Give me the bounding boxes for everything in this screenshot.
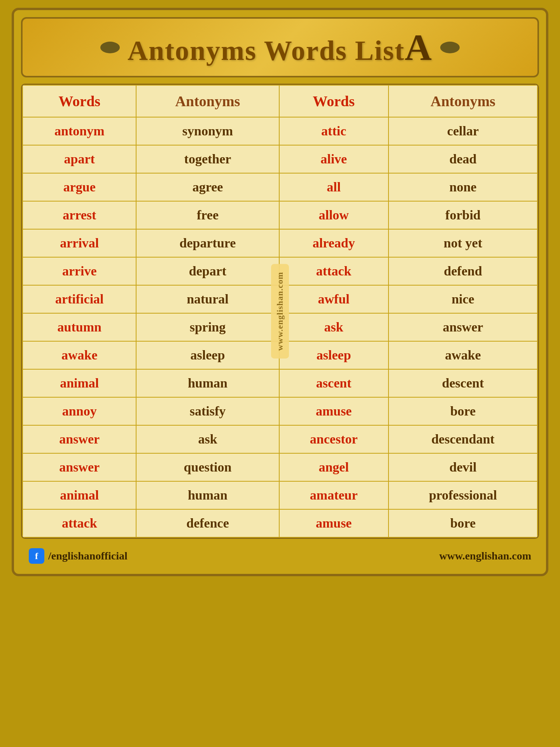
header-title: Antonyms Words ListA (128, 26, 432, 69)
word-cell-right: ascent (279, 369, 388, 397)
main-container: Antonyms Words ListA www.englishan.com W… (12, 8, 548, 576)
word-cell-left: arrival (23, 229, 136, 257)
antonym-cell-right: devil (388, 453, 537, 481)
antonym-cell-left: ask (136, 425, 279, 453)
antonym-cell-left: human (136, 481, 279, 509)
table-row: answerquestionangeldevil (23, 453, 537, 481)
antonym-cell-right: nice (388, 285, 537, 313)
table-row: animalhumanamateurprofessional (23, 481, 537, 509)
word-cell-left: arrest (23, 201, 136, 229)
word-cell-right: alive (279, 145, 388, 173)
table-row: arrivaldeparturealreadynot yet (23, 229, 537, 257)
antonym-cell-left: defence (136, 509, 279, 537)
antonym-cell-right: none (388, 173, 537, 201)
table-row: annoysatisfyamusebore (23, 397, 537, 425)
antonym-cell-left: question (136, 453, 279, 481)
antonym-cell-right: professional (388, 481, 537, 509)
antonym-cell-left: synonym (136, 117, 279, 145)
word-cell-right: ancestor (279, 425, 388, 453)
word-cell-right: ask (279, 313, 388, 341)
table-row: aparttogetheralivedead (23, 145, 537, 173)
footer-left: f /englishanofficial (29, 548, 128, 564)
header: Antonyms Words ListA (21, 17, 539, 77)
word-cell-right: angel (279, 453, 388, 481)
header-title-text: Antonyms Words List (128, 35, 405, 66)
antonym-cell-left: asleep (136, 341, 279, 369)
antonym-cell-left: natural (136, 285, 279, 313)
word-cell-right: attic (279, 117, 388, 145)
antonym-cell-right: bore (388, 397, 537, 425)
table-row: antonymsynonymatticcellar (23, 117, 537, 145)
word-cell-right: all (279, 173, 388, 201)
facebook-handle: /englishanofficial (48, 550, 128, 562)
facebook-icon: f (29, 548, 44, 564)
header-oval-right (440, 42, 460, 53)
word-cell-left: animal (23, 369, 136, 397)
antonym-cell-left: spring (136, 313, 279, 341)
antonym-cell-right: descendant (388, 425, 537, 453)
word-cell-left: animal (23, 481, 136, 509)
word-cell-left: attack (23, 509, 136, 537)
table-row: arrestfreeallowforbid (23, 201, 537, 229)
table-row: answeraskancestordescendant (23, 425, 537, 453)
table-row: argueagreeallnone (23, 173, 537, 201)
antonym-cell-right: answer (388, 313, 537, 341)
antonym-cell-left: free (136, 201, 279, 229)
word-cell-left: annoy (23, 397, 136, 425)
footer: f /englishanofficial www.englishan.com (21, 545, 539, 567)
word-cell-right: already (279, 229, 388, 257)
antonym-cell-left: together (136, 145, 279, 173)
footer-website: www.englishan.com (439, 550, 531, 562)
table-row: attackdefenceamusebore (23, 509, 537, 537)
antonym-cell-right: cellar (388, 117, 537, 145)
word-cell-left: artificial (23, 285, 136, 313)
col-header-words1: Words (23, 85, 136, 117)
word-cell-left: argue (23, 173, 136, 201)
antonym-cell-right: defend (388, 257, 537, 285)
antonym-cell-left: departure (136, 229, 279, 257)
antonym-cell-right: forbid (388, 201, 537, 229)
antonym-cell-left: depart (136, 257, 279, 285)
antonym-cell-right: bore (388, 509, 537, 537)
word-cell-right: amuse (279, 397, 388, 425)
fb-letter: f (35, 551, 38, 561)
word-cell-right: attack (279, 257, 388, 285)
table-row: animalhumanascentdescent (23, 369, 537, 397)
table-container: www.englishan.com Words Antonyms Words A… (21, 84, 539, 539)
antonym-cell-right: dead (388, 145, 537, 173)
word-cell-left: answer (23, 453, 136, 481)
word-cell-right: allow (279, 201, 388, 229)
word-cell-right: amuse (279, 509, 388, 537)
word-cell-left: answer (23, 425, 136, 453)
antonym-cell-right: descent (388, 369, 537, 397)
antonym-cell-left: satisfy (136, 397, 279, 425)
word-cell-right: awful (279, 285, 388, 313)
antonym-cell-left: agree (136, 173, 279, 201)
antonym-cell-right: not yet (388, 229, 537, 257)
word-cell-left: awake (23, 341, 136, 369)
table-header-row: Words Antonyms Words Antonyms (23, 85, 537, 117)
col-header-antonyms2: Antonyms (388, 85, 537, 117)
word-cell-left: apart (23, 145, 136, 173)
col-header-words2: Words (279, 85, 388, 117)
word-cell-left: antonym (23, 117, 136, 145)
watermark: www.englishan.com (271, 264, 289, 359)
word-cell-right: amateur (279, 481, 388, 509)
word-cell-right: asleep (279, 341, 388, 369)
antonym-cell-right: awake (388, 341, 537, 369)
col-header-antonyms1: Antonyms (136, 85, 279, 117)
antonym-cell-left: human (136, 369, 279, 397)
header-oval-left (100, 42, 120, 53)
header-letter-a: A (405, 26, 432, 68)
word-cell-left: autumn (23, 313, 136, 341)
word-cell-left: arrive (23, 257, 136, 285)
